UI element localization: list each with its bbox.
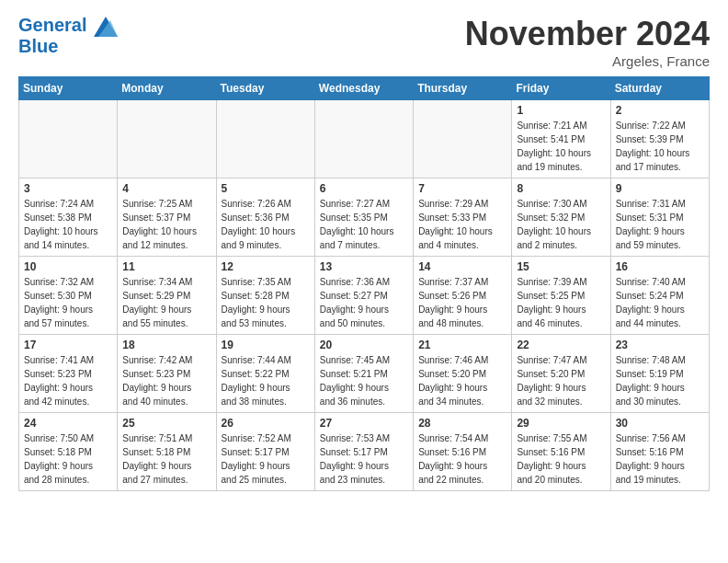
calendar-cell: 12Sunrise: 7:35 AMSunset: 5:28 PMDayligh… [216, 257, 314, 335]
day-info: Sunrise: 7:42 AMSunset: 5:23 PMDaylight:… [122, 353, 210, 408]
day-number: 5 [222, 182, 310, 195]
calendar-cell [314, 100, 413, 178]
week-row-2: 3Sunrise: 7:24 AMSunset: 5:38 PMDaylight… [19, 178, 710, 257]
day-info: Sunrise: 7:27 AMSunset: 5:35 PMDaylight:… [320, 197, 408, 252]
calendar-cell: 22Sunrise: 7:47 AMSunset: 5:20 PMDayligh… [512, 335, 610, 413]
day-number: 24 [24, 417, 112, 430]
calendar-cell: 21Sunrise: 7:46 AMSunset: 5:20 PMDayligh… [414, 335, 512, 413]
title-area: November 2024 Argeles, France [465, 15, 710, 69]
calendar-cell: 11Sunrise: 7:34 AMSunset: 5:29 PMDayligh… [118, 257, 216, 335]
day-number: 14 [418, 260, 506, 273]
page: General Blue November 2024 Argeles, Fran… [0, 0, 728, 500]
day-info: Sunrise: 7:26 AMSunset: 5:36 PMDaylight:… [222, 197, 310, 252]
header: General Blue November 2024 Argeles, Fran… [18, 15, 710, 69]
day-number: 6 [320, 182, 408, 195]
day-info: Sunrise: 7:45 AMSunset: 5:21 PMDaylight:… [320, 353, 408, 408]
day-number: 30 [616, 417, 704, 430]
header-row: Sunday Monday Tuesday Wednesday Thursday… [19, 77, 710, 100]
day-number: 12 [222, 260, 310, 273]
day-number: 22 [517, 339, 605, 351]
col-friday: Friday [512, 77, 610, 100]
day-info: Sunrise: 7:48 AMSunset: 5:19 PMDaylight:… [616, 353, 704, 408]
calendar-cell: 10Sunrise: 7:32 AMSunset: 5:30 PMDayligh… [19, 257, 118, 335]
week-row-1: 1Sunrise: 7:21 AMSunset: 5:41 PMDaylight… [19, 100, 710, 178]
day-number: 19 [222, 339, 310, 351]
calendar-cell: 28Sunrise: 7:54 AMSunset: 5:16 PMDayligh… [414, 413, 512, 491]
calendar-cell: 17Sunrise: 7:41 AMSunset: 5:23 PMDayligh… [19, 335, 118, 413]
calendar-cell: 3Sunrise: 7:24 AMSunset: 5:38 PMDaylight… [19, 178, 118, 257]
calendar-cell: 25Sunrise: 7:51 AMSunset: 5:18 PMDayligh… [118, 413, 216, 491]
day-number: 16 [616, 260, 704, 273]
day-info: Sunrise: 7:54 AMSunset: 5:16 PMDaylight:… [418, 431, 506, 487]
calendar-cell: 18Sunrise: 7:42 AMSunset: 5:23 PMDayligh… [118, 335, 216, 413]
calendar-cell: 23Sunrise: 7:48 AMSunset: 5:19 PMDayligh… [610, 335, 709, 413]
day-number: 3 [24, 182, 112, 195]
day-info: Sunrise: 7:44 AMSunset: 5:22 PMDaylight:… [222, 353, 310, 408]
day-info: Sunrise: 7:53 AMSunset: 5:17 PMDaylight:… [320, 431, 408, 487]
calendar-cell: 24Sunrise: 7:50 AMSunset: 5:18 PMDayligh… [19, 413, 118, 491]
logo-general: General [18, 15, 86, 35]
calendar-cell: 1Sunrise: 7:21 AMSunset: 5:41 PMDaylight… [512, 100, 610, 178]
day-info: Sunrise: 7:34 AMSunset: 5:29 PMDaylight:… [122, 275, 210, 330]
calendar-cell: 14Sunrise: 7:37 AMSunset: 5:26 PMDayligh… [414, 257, 512, 335]
day-info: Sunrise: 7:25 AMSunset: 5:37 PMDaylight:… [122, 197, 210, 252]
day-info: Sunrise: 7:21 AMSunset: 5:41 PMDaylight:… [517, 119, 605, 174]
day-info: Sunrise: 7:47 AMSunset: 5:20 PMDaylight:… [517, 353, 605, 408]
day-number: 26 [222, 417, 310, 430]
day-info: Sunrise: 7:22 AMSunset: 5:39 PMDaylight:… [616, 119, 704, 174]
col-sunday: Sunday [19, 77, 118, 100]
week-row-5: 24Sunrise: 7:50 AMSunset: 5:18 PMDayligh… [19, 413, 710, 491]
day-info: Sunrise: 7:35 AMSunset: 5:28 PMDaylight:… [222, 275, 310, 330]
day-number: 17 [24, 339, 112, 351]
col-tuesday: Tuesday [216, 77, 314, 100]
day-info: Sunrise: 7:56 AMSunset: 5:16 PMDaylight:… [616, 431, 704, 487]
day-info: Sunrise: 7:52 AMSunset: 5:17 PMDaylight:… [222, 431, 310, 487]
calendar-cell: 8Sunrise: 7:30 AMSunset: 5:32 PMDaylight… [512, 178, 610, 257]
day-number: 23 [616, 339, 704, 351]
calendar-cell: 7Sunrise: 7:29 AMSunset: 5:33 PMDaylight… [414, 178, 512, 257]
week-row-4: 17Sunrise: 7:41 AMSunset: 5:23 PMDayligh… [19, 335, 710, 413]
week-row-3: 10Sunrise: 7:32 AMSunset: 5:30 PMDayligh… [19, 257, 710, 335]
day-info: Sunrise: 7:29 AMSunset: 5:33 PMDaylight:… [418, 197, 506, 252]
day-info: Sunrise: 7:50 AMSunset: 5:18 PMDaylight:… [24, 431, 112, 487]
calendar-cell: 20Sunrise: 7:45 AMSunset: 5:21 PMDayligh… [314, 335, 413, 413]
calendar-cell: 29Sunrise: 7:55 AMSunset: 5:16 PMDayligh… [512, 413, 610, 491]
calendar-table: Sunday Monday Tuesday Wednesday Thursday… [18, 76, 710, 491]
day-number: 9 [616, 182, 704, 195]
day-number: 20 [320, 339, 408, 351]
calendar-cell: 5Sunrise: 7:26 AMSunset: 5:36 PMDaylight… [216, 178, 314, 257]
day-number: 13 [320, 260, 408, 273]
calendar-cell: 9Sunrise: 7:31 AMSunset: 5:31 PMDaylight… [610, 178, 709, 257]
calendar-cell: 19Sunrise: 7:44 AMSunset: 5:22 PMDayligh… [216, 335, 314, 413]
calendar-cell [216, 100, 314, 178]
day-number: 1 [517, 104, 605, 117]
day-number: 18 [122, 339, 210, 351]
day-number: 28 [418, 417, 506, 430]
calendar-cell: 6Sunrise: 7:27 AMSunset: 5:35 PMDaylight… [314, 178, 413, 257]
day-info: Sunrise: 7:51 AMSunset: 5:18 PMDaylight:… [122, 431, 210, 487]
day-info: Sunrise: 7:36 AMSunset: 5:27 PMDaylight:… [320, 275, 408, 330]
calendar-cell [118, 100, 216, 178]
day-info: Sunrise: 7:55 AMSunset: 5:16 PMDaylight:… [517, 431, 605, 487]
location: Argeles, France [465, 53, 710, 69]
day-number: 27 [320, 417, 408, 430]
day-info: Sunrise: 7:39 AMSunset: 5:25 PMDaylight:… [517, 275, 605, 330]
calendar-cell [414, 100, 512, 178]
day-info: Sunrise: 7:32 AMSunset: 5:30 PMDaylight:… [24, 275, 112, 330]
day-number: 2 [616, 104, 704, 117]
day-info: Sunrise: 7:46 AMSunset: 5:20 PMDaylight:… [418, 353, 506, 408]
day-number: 4 [122, 182, 210, 195]
calendar-cell: 13Sunrise: 7:36 AMSunset: 5:27 PMDayligh… [314, 257, 413, 335]
day-info: Sunrise: 7:30 AMSunset: 5:32 PMDaylight:… [517, 197, 605, 252]
calendar-cell: 15Sunrise: 7:39 AMSunset: 5:25 PMDayligh… [512, 257, 610, 335]
month-title: November 2024 [465, 15, 710, 53]
day-number: 25 [122, 417, 210, 430]
calendar-cell: 2Sunrise: 7:22 AMSunset: 5:39 PMDaylight… [610, 100, 709, 178]
day-number: 29 [517, 417, 605, 430]
day-info: Sunrise: 7:24 AMSunset: 5:38 PMDaylight:… [24, 197, 112, 252]
calendar-cell: 4Sunrise: 7:25 AMSunset: 5:37 PMDaylight… [118, 178, 216, 257]
day-number: 21 [418, 339, 506, 351]
day-number: 10 [24, 260, 112, 273]
calendar-cell: 27Sunrise: 7:53 AMSunset: 5:17 PMDayligh… [314, 413, 413, 491]
col-wednesday: Wednesday [314, 77, 413, 100]
